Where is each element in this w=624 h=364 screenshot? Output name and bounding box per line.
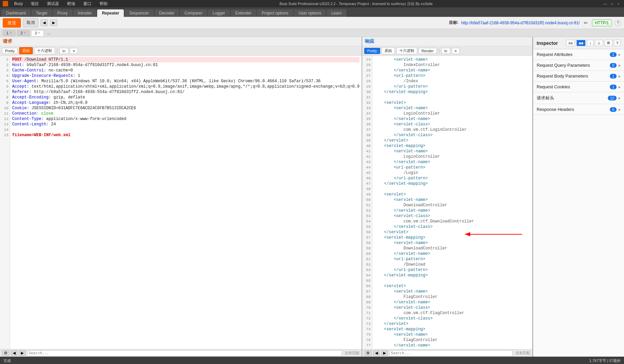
inspector-section-resp-headers-header[interactable]: Response Headers 6 ▸: [533, 104, 624, 115]
tab-project-options[interactable]: Project options: [257, 9, 293, 17]
menu-burp[interactable]: Burp: [12, 1, 25, 7]
req-cookies-chevron: ▸: [619, 85, 621, 89]
request-panel: 请求 Pretty 原始 十六进制 \n ≡ 12345 678910 1112…: [0, 37, 362, 357]
tab-target[interactable]: Target: [31, 9, 52, 17]
tab-intruder[interactable]: Intruder: [73, 9, 96, 17]
close-button[interactable]: ×: [616, 1, 621, 6]
req-query-label: Request Query Parameters: [537, 63, 590, 68]
maximize-button[interactable]: □: [609, 1, 615, 6]
req-body-right: 1 ▸: [610, 74, 621, 79]
inspector-section-req-query-header[interactable]: Request Query Parameters 0 ▸: [533, 60, 624, 70]
request-code-area[interactable]: 12345 678910 1112131415 POST /Download H…: [0, 56, 362, 349]
request-no-match: 没有匹配: [345, 351, 360, 356]
tab-user-options[interactable]: User options: [294, 9, 326, 17]
resp-search-next[interactable]: ▶: [381, 350, 388, 356]
req-fmt-newline[interactable]: \n: [59, 48, 68, 54]
tab-repeater[interactable]: Repeater: [97, 9, 124, 17]
inspector-section-req-body-header[interactable]: Request Body Parameters 1 ▸: [533, 71, 624, 81]
help-button[interactable]: ?: [615, 20, 621, 26]
inspector-section-req-attrs: Request Attributes 2 ▸: [533, 49, 624, 60]
req-fmt-hex[interactable]: 十六进制: [34, 47, 55, 54]
tab-dashboard[interactable]: Dashboard: [1, 9, 31, 17]
inspector-section-req-cookies-header[interactable]: Request Cookies 1 ▸: [533, 82, 624, 92]
req-attrs-right: 2 ▸: [610, 52, 621, 57]
edit-target-button[interactable]: ✏: [583, 20, 589, 26]
cancel-button[interactable]: 取消: [23, 18, 38, 27]
tab-comparer[interactable]: Comparer: [180, 9, 207, 17]
insp-btn-settings[interactable]: ⚙: [604, 40, 613, 46]
inspector-sections: Request Attributes 2 ▸ Request Query Par…: [533, 49, 624, 115]
inspector-section-req-cookies: Request Cookies 1 ▸: [533, 82, 624, 92]
response-line-numbers: 2425262728293031323334353637383940414243…: [362, 56, 372, 349]
resp-fmt-raw[interactable]: 原始: [381, 47, 395, 54]
inspector-section-req-body: Request Body Parameters 1 ▸: [533, 71, 624, 82]
request-line-numbers: 12345 678910 1112131415: [0, 56, 10, 349]
request-format-bar: Pretty 原始 十六进制 \n ≡: [0, 46, 362, 56]
send-button[interactable]: 发送: [3, 18, 21, 28]
req-query-chevron: ▸: [619, 63, 621, 68]
inspector-title: Inspector ≡≡ ■■ ↕ ⊥ ⚙ ?: [533, 37, 624, 49]
resp-fmt-pretty[interactable]: Pretty: [364, 48, 380, 54]
nav-back-button[interactable]: ◀: [40, 19, 48, 26]
response-no-match: 没有匹配: [515, 351, 530, 356]
resp-fmt-hex[interactable]: 十六进制: [396, 47, 417, 54]
tab-proxy[interactable]: Proxy: [53, 9, 73, 17]
inspector-section-req-attrs-header[interactable]: Request Attributes 2 ▸: [533, 49, 624, 60]
resp-fmt-newline[interactable]: \n: [441, 48, 450, 54]
menu-tester[interactable]: 测试器: [45, 0, 61, 7]
subtab-1-close[interactable]: ×: [10, 31, 12, 35]
response-format-bar: Pretty 原始 十六进制 Render \n ≡: [362, 46, 532, 56]
insp-btn-sort[interactable]: ↕: [587, 40, 594, 46]
insp-btn-grid[interactable]: ■■: [576, 40, 586, 46]
subtab-3[interactable]: 3 ×: [31, 30, 44, 36]
toolbar-right: 目标: http://b9a57aaf-2168-4938-954a-d7f81…: [449, 20, 621, 26]
menu-window[interactable]: 窗口: [81, 0, 93, 7]
resp-search-prev[interactable]: ◀: [373, 350, 380, 356]
tab-logger[interactable]: Logger: [208, 9, 230, 17]
subtab-1[interactable]: 1 ×: [3, 30, 16, 36]
menu-target[interactable]: 靶场: [65, 0, 77, 7]
insp-btn-list[interactable]: ≡≡: [566, 40, 575, 46]
tab-learn[interactable]: Learn: [327, 9, 346, 17]
target-url: http://b9a57aaf-2168-4938-954a-d7f810d31…: [461, 21, 579, 25]
resp-headers-chevron: ▸: [619, 107, 621, 112]
req-fmt-pretty[interactable]: Pretty: [2, 48, 18, 54]
subtab-3-close[interactable]: ×: [38, 31, 40, 35]
resp-fmt-render[interactable]: Render: [419, 48, 437, 54]
toolbar: 发送 取消 ◀ ▶ 目标: http://b9a57aaf-2168-4938-…: [0, 17, 624, 29]
inspector-section-req-headers-header[interactable]: 请求标头 12 ▸: [533, 92, 624, 104]
subtab-2[interactable]: 2 ×: [17, 30, 30, 36]
response-panel: 响应 Pretty 原始 十六进制 Render \n ≡ 2425262728…: [362, 37, 533, 357]
nav-forward-button[interactable]: ▶: [50, 19, 57, 26]
tab-decoder[interactable]: Decoder: [154, 9, 179, 17]
req-search-prev[interactable]: ◀: [11, 350, 18, 356]
response-search-input[interactable]: [389, 350, 513, 356]
subtabs: 1 × 2 × 3 × …: [0, 29, 624, 37]
resp-headers-badge: 6: [610, 107, 617, 112]
response-code-content[interactable]: <servlet-name> IndexController </servlet…: [372, 56, 532, 349]
insp-btn-pin[interactable]: ⊥: [595, 40, 603, 46]
response-code-area[interactable]: 2425262728293031323334353637383940414243…: [362, 56, 532, 349]
req-fmt-raw[interactable]: 原始: [19, 47, 33, 54]
tab-extender[interactable]: Extender: [231, 9, 256, 17]
insp-btn-help[interactable]: ?: [614, 40, 621, 46]
resp-fmt-menu[interactable]: ≡: [452, 48, 460, 54]
resp-search-gear[interactable]: ⚙: [364, 350, 372, 356]
req-cookies-right: 1 ▸: [610, 85, 621, 89]
menu-help[interactable]: 帮助: [97, 0, 110, 7]
menu-project[interactable]: 项目: [29, 0, 41, 7]
tab-sequencer[interactable]: Sequencer: [124, 9, 153, 17]
request-search-input[interactable]: [27, 350, 342, 356]
subtab-2-close[interactable]: ×: [24, 31, 26, 35]
resp-headers-label: Response Headers: [537, 107, 574, 112]
add-tab-button[interactable]: …: [45, 30, 52, 36]
req-search-next[interactable]: ▶: [19, 350, 26, 356]
request-code-content[interactable]: POST /Download HTTP/1.1Host: b9a57aaf-21…: [10, 56, 362, 349]
req-fmt-menu[interactable]: ≡: [70, 48, 78, 54]
statusbar-right: 1,767字节 | 57毫秒: [589, 358, 621, 363]
req-search-gear[interactable]: ⚙: [2, 350, 9, 356]
minimize-button[interactable]: —: [602, 1, 608, 6]
response-stats: 1,767字节 | 57毫秒: [589, 358, 621, 363]
statusbar-left: 完成: [3, 358, 11, 363]
req-body-chevron: ▸: [619, 74, 621, 79]
